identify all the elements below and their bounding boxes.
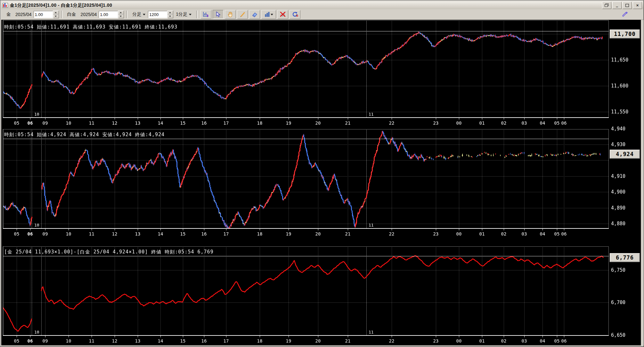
time-axis-label: 22 (387, 231, 396, 236)
time-axis-label: 22 (387, 338, 396, 343)
settings-wrench-button[interactable] (620, 10, 630, 19)
gold-month-label: 2025/04 (15, 12, 32, 17)
price-axis-label: 4,930 (611, 142, 625, 147)
date-label: 11 (369, 112, 374, 117)
date-label: 10 (34, 223, 39, 227)
spin-up-icon[interactable] (167, 11, 173, 14)
time-axis-label: 17 (222, 231, 231, 236)
time-axis-label: 01 (477, 231, 486, 236)
time-axis-label: 00 (454, 120, 463, 126)
time-axis-label: 06 (559, 120, 568, 126)
date-label: 10 (34, 112, 39, 117)
time-axis-label: 05 (12, 120, 21, 126)
price-axis-label: 4,880 (611, 221, 625, 227)
spin-up-icon[interactable] (53, 11, 59, 14)
float-window-button[interactable] (602, 2, 611, 9)
time-axis-label: 04 (538, 120, 547, 126)
eraser-tool-button[interactable] (249, 10, 260, 19)
date-label: 10 (34, 330, 39, 335)
svg-text:B: B (296, 14, 298, 17)
current-price-box: 4,924 (610, 150, 640, 159)
minimize-button[interactable]: – (612, 2, 622, 9)
chart-type-button[interactable] (261, 10, 276, 19)
time-axis-label: 04 (538, 231, 547, 236)
bar-type-label: 分足 (132, 12, 141, 17)
spin-down-icon[interactable] (118, 14, 124, 18)
time-axis-label: 22 (387, 120, 396, 126)
hand-icon (227, 12, 233, 17)
pan-tool-button[interactable] (225, 10, 236, 19)
gold-ratio-spinner (34, 11, 59, 18)
time-axis-label: 19 (284, 231, 293, 236)
time-axis-label: 00 (454, 338, 463, 343)
delete-drawings-button[interactable] (277, 10, 288, 19)
time-axis-label: 21 (343, 231, 352, 236)
gold-ratio-input[interactable] (34, 11, 53, 18)
spin-down-icon[interactable] (53, 14, 59, 18)
info-underline (3, 256, 609, 256)
pencil-icon (240, 12, 245, 17)
chevron-down-icon (189, 14, 192, 15)
price-axis-label: 6,750 (611, 267, 625, 273)
chevron-down-icon (143, 14, 145, 15)
toolbar-separator (196, 11, 198, 18)
maximize-button[interactable] (623, 2, 632, 9)
time-axis-label: 03 (520, 231, 529, 236)
gold-label: 金 (6, 12, 11, 17)
time-axis-label: 12 (110, 231, 119, 236)
time-axis-label: 02 (499, 338, 508, 343)
chart-client-area[interactable] (1, 20, 641, 345)
toolbar-separator (61, 11, 62, 18)
time-axis-label: 20 (314, 338, 322, 343)
spin-up-icon[interactable] (118, 11, 124, 14)
time-axis-label: 18 (255, 120, 264, 126)
close-button[interactable]: × (633, 2, 642, 9)
chart-settings-button[interactable] (200, 10, 211, 19)
platinum-chart-info: 時刻:05:54 始値:4,924 高値:4,924 安値:4,924 終値:4… (4, 132, 165, 138)
toolbar: 金 2025/04 白金 2025/04 分足 1分足 (1, 9, 643, 20)
time-axis-label: 00 (454, 231, 463, 236)
draw-line-tool-button[interactable] (237, 10, 248, 19)
interval-label: 1分足 (176, 12, 187, 17)
time-axis-label: 16 (200, 231, 208, 236)
time-axis-label: 02 (499, 120, 508, 126)
window-title: 金1分足[2025/04]1.00 - 白金1分足[2025/04]1.00 (10, 3, 112, 8)
bar-chart-icon (265, 12, 270, 17)
spin-down-icon[interactable] (167, 14, 173, 18)
time-axis-label: 06 (559, 338, 568, 343)
pointer-icon (216, 12, 221, 17)
title-bar[interactable]: 金1分足[2025/04]1.00 - 白金1分足[2025/04]1.00 –… (1, 1, 643, 9)
bar-type-dropdown[interactable]: 分足 (131, 11, 147, 18)
price-axis-label: 11,600 (611, 83, 628, 89)
time-axis-label: 02 (499, 231, 508, 236)
time-axis-label: 06 (26, 338, 35, 343)
wrench-icon (622, 11, 628, 18)
platinum-ratio-input[interactable] (99, 11, 118, 18)
eraser-icon (252, 12, 257, 17)
time-axis-label: 20 (314, 231, 322, 236)
current-price-box: 11,700 (610, 29, 640, 38)
time-axis-label: 03 (520, 338, 529, 343)
platinum-month-label: 2025/04 (81, 12, 97, 17)
chart-settings-icon (203, 12, 209, 17)
time-axis-label: 10 (64, 231, 73, 236)
time-axis-label: 21 (343, 120, 352, 126)
reload-button[interactable]: B (289, 10, 300, 19)
time-axis-label: 23 (431, 120, 440, 126)
platinum-ratio-spinner (99, 11, 124, 18)
time-axis-label: 17 (222, 120, 231, 126)
time-axis-label: 21 (343, 338, 352, 343)
right-frame (641, 20, 644, 345)
bar-count-input[interactable] (148, 11, 167, 18)
time-axis-label: 06 (559, 231, 568, 236)
time-axis-label: 10 (64, 120, 73, 126)
interval-dropdown[interactable]: 1分足 (175, 11, 193, 18)
info-underline (3, 139, 609, 139)
time-axis-label: 13 (133, 120, 142, 126)
price-axis-label: 6,650 (611, 332, 625, 338)
date-label: 11 (369, 223, 374, 227)
pointer-tool-button[interactable] (213, 10, 224, 19)
time-axis-label: 06 (26, 231, 35, 236)
price-axis-label: 4,900 (611, 189, 625, 195)
time-axis-label: 01 (477, 120, 486, 126)
